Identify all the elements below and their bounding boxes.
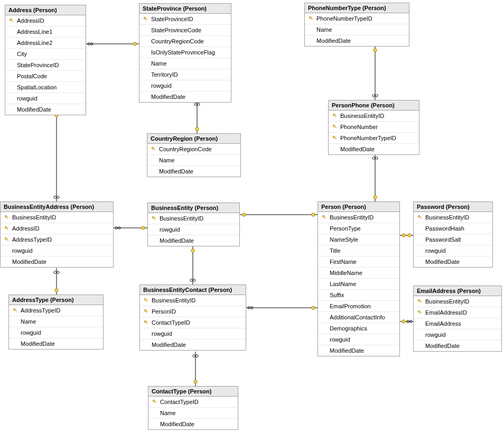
column-row[interactable]: PersonType <box>318 223 399 234</box>
column-row[interactable]: City <box>5 49 86 60</box>
column-row[interactable]: Title <box>318 245 399 256</box>
column-row[interactable]: PhoneNumberTypeID <box>329 133 419 144</box>
column-row[interactable]: ModifiedDate <box>5 104 86 115</box>
table-contacttype[interactable]: ContactType (Person) ContactTypeIDNameMo… <box>148 386 238 430</box>
column-row[interactable]: StateProvinceID <box>5 60 86 71</box>
column-row[interactable]: AddressTypeID <box>9 305 103 316</box>
column-row[interactable]: ModifiedDate <box>329 144 419 154</box>
rel-stateprovince-countryregion <box>194 100 200 133</box>
table-personphone[interactable]: PersonPhone (Person) BusinessEntityID Ph… <box>328 100 419 155</box>
column-row[interactable]: CountryRegionCode <box>139 36 231 47</box>
column-row[interactable]: rowguid <box>414 329 501 341</box>
table-countryregion[interactable]: CountryRegion (Person) CountryRegionCode… <box>147 133 241 177</box>
column-row[interactable]: AddressTypeID <box>1 234 113 245</box>
column-row[interactable]: AdditionalContactInfo <box>318 312 399 323</box>
column-row[interactable]: BusinessEntityID <box>414 296 501 307</box>
table-header[interactable]: Address (Person) <box>5 5 86 15</box>
column-row[interactable]: rowguid <box>318 334 399 345</box>
table-header[interactable]: BusinessEntityContact (Person) <box>140 285 246 295</box>
column-row[interactable]: ModifiedDate <box>305 35 409 46</box>
table-header[interactable]: AddressType (Person) <box>9 295 103 305</box>
column-name: PostalCode <box>16 72 47 80</box>
table-businessentityaddress[interactable]: BusinessEntityAddress (Person) BusinessE… <box>0 201 114 268</box>
column-row[interactable]: rowguid <box>148 224 239 235</box>
table-person[interactable]: Person (Person) BusinessEntityIDPersonTy… <box>318 201 400 356</box>
column-row[interactable]: AddressLine1 <box>5 26 86 38</box>
column-row[interactable]: BusinessEntityID <box>318 212 399 223</box>
column-row[interactable]: PhoneNumberTypeID <box>305 13 409 24</box>
column-row[interactable]: rowguid <box>139 80 231 91</box>
column-row[interactable]: ModifiedDate <box>140 339 246 350</box>
primary-key-icon <box>307 16 315 21</box>
column-row[interactable]: Name <box>148 408 238 419</box>
table-stateprovince[interactable]: StateProvince (Person) StateProvinceIDSt… <box>139 3 231 103</box>
column-row[interactable]: rowguid <box>1 245 113 256</box>
column-row[interactable]: ModifiedDate <box>148 235 239 246</box>
table-header[interactable]: EmailAddress (Person) <box>414 286 501 296</box>
column-row[interactable]: ModifiedDate <box>318 345 399 356</box>
column-row[interactable]: FirstName <box>318 256 399 268</box>
table-header[interactable]: ContactType (Person) <box>148 387 238 397</box>
column-row[interactable]: StateProvinceID <box>139 14 231 25</box>
column-row[interactable]: PostalCode <box>5 71 86 82</box>
column-row[interactable]: Name <box>139 58 231 69</box>
column-row[interactable]: ModifiedDate <box>147 166 240 177</box>
column-row[interactable]: BusinessEntityID <box>148 213 239 224</box>
column-row[interactable]: BusinessEntityID <box>329 111 419 122</box>
column-row[interactable]: rowguid <box>140 328 246 339</box>
column-row[interactable]: BusinessEntityID <box>1 212 113 223</box>
table-header[interactable]: BusinessEntity (Person) <box>148 203 239 213</box>
table-addresstype[interactable]: AddressType (Person) AddressTypeIDNamero… <box>8 295 104 350</box>
table-header[interactable]: Password (Person) <box>414 202 492 212</box>
table-password[interactable]: Password (Person) BusinessEntityIDPasswo… <box>413 201 493 268</box>
table-header[interactable]: CountryRegion (Person) <box>147 134 240 144</box>
column-row[interactable]: AddressID <box>1 223 113 234</box>
column-row[interactable]: PasswordSalt <box>414 234 492 245</box>
primary-key-icon <box>142 309 151 314</box>
column-row[interactable]: LastName <box>318 279 399 290</box>
table-header[interactable]: BusinessEntityAddress (Person) <box>1 202 113 212</box>
table-businessentity[interactable]: BusinessEntity (Person) BusinessEntityID… <box>147 203 240 246</box>
column-row[interactable]: TerritoryID <box>139 69 231 80</box>
column-row[interactable]: rowguid <box>5 93 86 104</box>
column-row[interactable]: SpatialLocation <box>5 82 86 93</box>
column-row[interactable]: ContactTypeID <box>140 317 246 328</box>
table-emailaddress[interactable]: EmailAddress (Person) BusinessEntityID E… <box>413 286 502 352</box>
table-header[interactable]: Person (Person) <box>318 202 399 212</box>
column-row[interactable]: Demographics <box>318 323 399 334</box>
column-row[interactable]: PasswordHash <box>414 223 492 234</box>
column-row[interactable]: ModifiedDate <box>414 256 492 267</box>
column-row[interactable]: ModifiedDate <box>139 91 231 102</box>
column-row[interactable]: PersonID <box>140 306 246 317</box>
column-row[interactable]: AddressLine2 <box>5 38 86 49</box>
column-row[interactable]: rowguid <box>9 327 103 338</box>
column-row[interactable]: IsOnlyStateProvinceFlag <box>139 47 231 58</box>
column-row[interactable]: ModifiedDate <box>1 256 113 267</box>
column-row[interactable]: BusinessEntityID <box>140 295 246 306</box>
column-row[interactable]: ModifiedDate <box>148 419 238 429</box>
column-row[interactable]: EmailPromotion <box>318 301 399 312</box>
column-row[interactable]: StateProvinceCode <box>139 25 231 36</box>
table-header[interactable]: StateProvince (Person) <box>139 4 231 14</box>
table-businessentitycontact[interactable]: BusinessEntityContact (Person) BusinessE… <box>139 284 246 351</box>
table-address[interactable]: Address (Person) AddressIDAddressLine1Ad… <box>5 5 86 115</box>
column-row[interactable]: rowguid <box>414 245 492 256</box>
column-row[interactable]: Name <box>9 316 103 327</box>
column-row[interactable]: Name <box>305 24 409 35</box>
column-row[interactable]: BusinessEntityID <box>414 212 492 223</box>
column-row[interactable]: ContactTypeID <box>148 397 238 408</box>
column-row[interactable]: EmailAddress <box>414 318 501 329</box>
column-row[interactable]: ModifiedDate <box>9 338 103 349</box>
column-row[interactable]: Name <box>147 155 240 166</box>
table-phonenumbertype[interactable]: PhoneNumberType (Person) PhoneNumberType… <box>304 3 409 47</box>
column-row[interactable]: MiddleName <box>318 268 399 279</box>
column-row[interactable]: ModifiedDate <box>414 341 501 351</box>
table-header[interactable]: PersonPhone (Person) <box>329 100 419 111</box>
column-row[interactable]: PhoneNumber <box>329 122 419 133</box>
table-header[interactable]: PhoneNumberType (Person) <box>305 3 409 13</box>
column-row[interactable]: NameStyle <box>318 234 399 245</box>
column-row[interactable]: AddressID <box>5 15 86 26</box>
column-row[interactable]: EmailAddressID <box>414 307 501 318</box>
column-row[interactable]: Suffix <box>318 290 399 301</box>
column-row[interactable]: CountryRegionCode <box>147 144 240 155</box>
